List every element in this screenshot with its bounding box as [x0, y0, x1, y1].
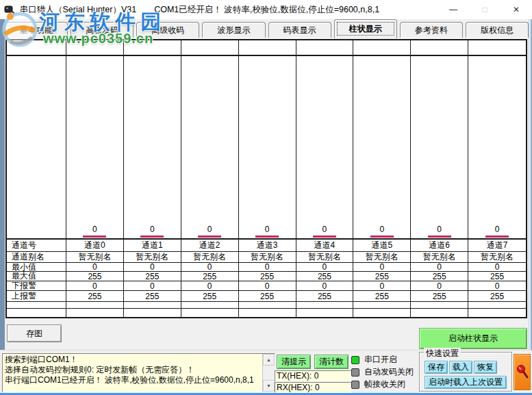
chart-cell: 0	[124, 56, 181, 240]
channel-name: 通道3	[239, 240, 296, 252]
header-cell	[124, 40, 181, 56]
pushpin-icon	[516, 362, 529, 383]
channel-high_alarm: 255	[411, 291, 468, 302]
led-icon	[351, 368, 359, 377]
channel-column-6: 0通道6暂无别名02550255	[411, 40, 468, 317]
restore-settings-button[interactable]: 恢复	[474, 361, 497, 374]
bar-value-label: 0	[468, 225, 526, 234]
empty-cell	[66, 309, 123, 317]
rx-label: RX(HEX):	[277, 383, 313, 392]
log-text: 搜索到端口COM1！选择自动发码控制规则0: 定时发新帧（无需应答）！串行端口C…	[3, 354, 262, 392]
indicator-row: 串口开启	[351, 355, 397, 364]
channel-low_alarm: 0	[66, 281, 123, 291]
empty-cell	[181, 302, 238, 309]
pin-button[interactable]	[514, 354, 531, 390]
tx-label: TX(HEX):	[277, 371, 312, 381]
empty-cell	[239, 302, 296, 309]
channel-bar-chart-table: 通道号通道别名最小值最大值下报警上报警0通道0暂无别名025502550通道1暂…	[5, 39, 527, 318]
chart-cell: 0	[239, 56, 296, 240]
channel-min: 0	[296, 263, 353, 272]
empty-cell	[239, 309, 296, 317]
window-status-text: COM1已经开启！ 波特率,校验位,数据位,停止位=9600,n,8,1	[154, 4, 379, 16]
channel-name: 通道4	[296, 240, 353, 252]
channel-name: 通道0	[66, 240, 123, 252]
tab-strip: 基本功能高级发码高级收码波形显示码表显示柱状显示参考资料版权信息	[5, 19, 529, 38]
channel-max: 255	[411, 272, 468, 281]
app-icon	[3, 3, 16, 16]
empty-cell	[124, 302, 181, 309]
log-scrollbar[interactable]: ▲ ▼	[262, 354, 275, 392]
tx-value: 0	[314, 371, 319, 381]
channel-low_alarm: 0	[124, 281, 181, 291]
header-cell	[181, 40, 238, 56]
scroll-down-icon[interactable]: ▼	[263, 380, 275, 392]
tab-0[interactable]: 基本功能	[5, 22, 68, 38]
channel-high_alarm: 255	[124, 291, 181, 302]
indicator-label: 串口开启	[364, 354, 397, 366]
chart-cell: 0	[296, 56, 353, 240]
channel-high_alarm: 255	[296, 291, 353, 302]
channel-column-3: 0通道3暂无别名02550255	[239, 40, 296, 317]
channel-max: 255	[296, 272, 353, 281]
channel-max: 255	[353, 272, 410, 281]
bottom-status-panel: 搜索到端口COM1！选择自动发码控制规则0: 定时发新帧（无需应答）！串行端口C…	[0, 350, 532, 393]
channel-column-7: 0通道7暂无别名02550255	[468, 40, 526, 317]
log-line: 串行端口COM1已经开启！ 波特率,校验位,数据位,停止位=9600,n,8,1	[5, 375, 260, 385]
channel-low_alarm: 0	[353, 281, 410, 291]
indicator-row: 自动发码关闭	[351, 368, 414, 377]
chart-cell: 0	[353, 56, 410, 240]
tab-4[interactable]: 码表显示	[268, 22, 331, 38]
bar-value-label: 0	[411, 225, 468, 234]
empty-cell	[296, 302, 353, 309]
header-cell	[7, 40, 66, 56]
channel-alias: 暂无别名	[181, 252, 238, 263]
header-cell	[411, 40, 468, 56]
row-label: 下报警	[7, 281, 66, 291]
close-icon[interactable]: ✕	[501, 0, 532, 19]
bar-value-label: 0	[181, 225, 238, 234]
channel-name: 通道2	[181, 240, 238, 252]
save-image-button[interactable]: 存图	[7, 324, 62, 342]
chart-cell: 0	[66, 56, 123, 240]
start-bar-display-button[interactable]: 启动柱状显示	[419, 328, 527, 349]
empty-cell	[353, 309, 410, 317]
led-icon	[351, 381, 359, 389]
save-settings-button[interactable]: 保存	[425, 361, 448, 374]
channel-max: 255	[124, 272, 181, 281]
scroll-up-icon[interactable]: ▲	[263, 354, 275, 366]
tab-6[interactable]: 参考资料	[400, 22, 463, 38]
bar-channel-4	[313, 235, 336, 238]
clear-hint-button[interactable]: 清提示	[277, 355, 311, 369]
tab-2[interactable]: 高级收码	[136, 22, 199, 38]
channel-alias: 暂无别名	[468, 252, 526, 263]
load-last-settings-button[interactable]: 启动时载入上次设置	[425, 376, 507, 389]
tab-1[interactable]: 高级发码	[71, 22, 134, 38]
minimize-icon[interactable]: —	[438, 0, 469, 19]
tab-3[interactable]: 波形显示	[202, 22, 265, 38]
load-settings-button[interactable]: 载入	[449, 361, 472, 374]
channel-name: 通道1	[124, 240, 181, 252]
empty-cell	[468, 302, 526, 309]
channel-low_alarm: 0	[181, 281, 238, 291]
empty-cell	[468, 309, 526, 317]
empty-cell	[66, 302, 123, 309]
channel-max: 255	[239, 272, 296, 281]
channel-alias: 暂无别名	[66, 252, 123, 263]
chart-cell: 0	[411, 56, 468, 240]
row-label: 最小值	[7, 263, 66, 272]
channel-high_alarm: 255	[468, 291, 526, 302]
header-cell	[66, 40, 123, 56]
channel-min: 0	[66, 263, 123, 272]
clear-count-button[interactable]: 清计数	[314, 355, 349, 369]
tab-5[interactable]: 柱状显示	[334, 19, 397, 38]
maximize-icon: □	[469, 0, 501, 19]
empty-cell	[296, 309, 353, 317]
tab-7[interactable]: 版权信息	[466, 22, 529, 38]
log-box[interactable]: 搜索到端口COM1！选择自动发码控制规则0: 定时发新帧（无需应答）！串行端口C…	[2, 353, 275, 392]
channel-column-1: 0通道1暂无别名02550255	[124, 40, 181, 317]
channel-high_alarm: 255	[181, 291, 238, 302]
channel-name: 通道7	[468, 240, 526, 252]
bar-channel-3	[255, 235, 279, 238]
empty-cell	[353, 302, 410, 309]
chart-cell: 0	[181, 56, 238, 240]
